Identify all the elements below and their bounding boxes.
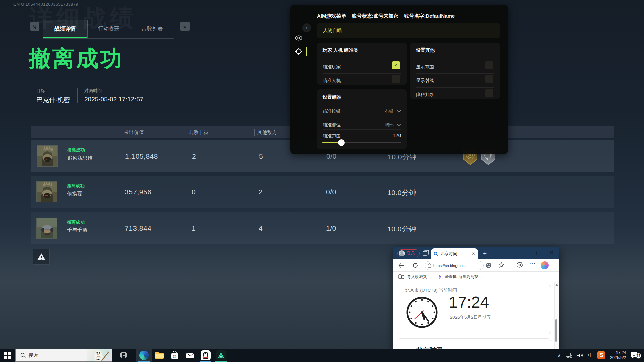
- browser-page-content: 北京市 (UTC+8) 当前时间 17:24 2025年5月2日星期五: [393, 282, 559, 350]
- bookmark-site-icon: [437, 274, 442, 279]
- browser-signin-button[interactable]: 登录: [397, 249, 420, 257]
- page-scrollbar[interactable]: [554, 282, 559, 350]
- tray-time: 17:24: [610, 350, 626, 355]
- screen: CN UID:5444012603651733879 详细战绩 Q 战绩详情 行…: [0, 0, 644, 362]
- row-kd: 0/0: [326, 188, 336, 196]
- row-others: 2: [259, 188, 263, 196]
- col-header-value: 带出价值: [121, 129, 144, 136]
- aim-range-slider[interactable]: [322, 142, 401, 143]
- visibility-eye-icon[interactable]: [294, 34, 303, 42]
- table-row[interactable]: 撤离成功 千与千鑫 713,844 1 4 1/0 10.0分钟: [31, 212, 614, 244]
- show-ray-checkbox[interactable]: [485, 75, 493, 83]
- row-defeats: 1: [192, 224, 196, 232]
- bookmark-site[interactable]: 爱壹帆-海量高清视...: [445, 274, 482, 280]
- menu-collapse-chevron-icon[interactable]: ›: [302, 23, 311, 32]
- result-title: 撤离成功: [29, 44, 124, 74]
- date-line: 2025年5月2日星期五: [450, 314, 491, 320]
- aim-key-value[interactable]: 右键: [385, 108, 394, 114]
- card-aim-targets: 玩家 人机 瞄准类 瞄准玩家 瞄准人机: [317, 43, 407, 85]
- taskbar-mail-icon[interactable]: [182, 349, 198, 362]
- window-maximize-button[interactable]: ▢: [536, 250, 541, 256]
- menu-account-status: 账号状态:账号未加密: [352, 13, 399, 19]
- row-player-name: 千与千鑫: [67, 227, 87, 233]
- start-button[interactable]: [0, 349, 15, 362]
- browser-active-tab[interactable]: 北京时间 ✕: [431, 248, 478, 259]
- col-header-defeats: 击败干员: [185, 129, 208, 136]
- aim-part-value[interactable]: 胸部: [385, 122, 394, 128]
- taskbar-explorer-icon[interactable]: [152, 349, 167, 362]
- tab-close-icon[interactable]: ✕: [472, 251, 475, 256]
- aim-bots-checkbox[interactable]: [392, 75, 400, 83]
- address-bar[interactable]: https://cn.bing.co...: [425, 261, 484, 270]
- tray-date: 2025/5/2: [610, 355, 626, 360]
- row-value: 713,844: [125, 224, 151, 232]
- taskbar-deltaforce-icon[interactable]: [213, 349, 229, 362]
- key-hint-q: Q: [30, 22, 39, 31]
- toolbar-divider: [526, 262, 526, 268]
- goal-value: 巴克什-机密: [36, 96, 71, 104]
- browser-essentials-icon[interactable]: [517, 262, 523, 268]
- refresh-icon[interactable]: [413, 263, 418, 268]
- import-favorites-icon: [398, 274, 404, 279]
- aim-players-checkbox[interactable]: [392, 61, 400, 69]
- row-defeats: 2: [192, 152, 196, 160]
- row-player-name: 偷摸夏: [67, 191, 82, 197]
- menu-tab-aimbot[interactable]: 人物自瞄: [323, 27, 342, 34]
- menu-title: AIM游戏菜单账号状态:账号未加密账号名字:DefaulName: [317, 13, 460, 19]
- digital-time: 17:24: [449, 293, 489, 311]
- aim-menu-window: › AIM游戏菜单账号状态:账号未加密账号名字:DefaulName 人物自瞄 …: [290, 5, 508, 154]
- row-status: 撤离成功: [67, 219, 85, 225]
- card-other-settings: 设置其他 显示范围 显示射线 障碍判断: [410, 43, 500, 99]
- search-daily-image[interactable]: [87, 349, 112, 362]
- favorite-star-icon[interactable]: [498, 262, 504, 268]
- obstacle-check-label: 障碍判断: [416, 92, 434, 98]
- chevron-down-icon: [397, 108, 401, 113]
- row-status: 撤离成功: [67, 183, 85, 189]
- slider-thumb[interactable]: [338, 139, 345, 146]
- window-close-button[interactable]: ✕: [549, 250, 554, 256]
- bookmark-divider: [432, 274, 432, 280]
- analog-clock-icon: [405, 296, 439, 329]
- taskbar-qq-icon[interactable]: [198, 349, 213, 362]
- aim-part-label: 瞄准部位: [323, 122, 341, 128]
- ime-indicator[interactable]: 中: [588, 352, 593, 358]
- windows-taskbar: 搜索: [0, 349, 644, 362]
- obstacle-check-checkbox[interactable]: [485, 89, 493, 97]
- row-others: 5: [259, 152, 263, 160]
- show-range-checkbox[interactable]: [485, 61, 493, 69]
- bing-refresh-icon[interactable]: [486, 262, 492, 268]
- tab-battle-details[interactable]: 战绩详情: [43, 20, 88, 38]
- aim-range-label: 瞄准范围: [323, 133, 341, 139]
- row-value: 1,105,848: [125, 152, 158, 160]
- show-range-label: 显示范围: [416, 64, 434, 70]
- row-defeats: 0: [192, 188, 196, 196]
- bookmark-import[interactable]: 导入收藏夹: [407, 274, 427, 280]
- task-view-button[interactable]: [116, 349, 131, 362]
- scroll-up-icon: [555, 283, 558, 286]
- action-center-button[interactable]: 17: [631, 351, 641, 360]
- match-time-label: 对局时间: [84, 88, 143, 94]
- scrollbar-thumb[interactable]: [555, 319, 557, 342]
- more-menu-icon[interactable]: ···: [529, 260, 536, 266]
- bookmarks-bar: 导入收藏夹 爱壹帆-海量高清视...: [393, 272, 559, 282]
- taskbar-edge-icon[interactable]: [136, 349, 152, 362]
- tab-defeat-list[interactable]: 击败列表: [130, 20, 174, 38]
- workspaces-icon[interactable]: [423, 250, 429, 256]
- sogou-tray-icon[interactable]: S: [597, 351, 605, 359]
- window-minimize-button[interactable]: —: [521, 250, 526, 255]
- avatar: [36, 218, 57, 239]
- tray-clock[interactable]: 17:24 2025/5/2: [610, 350, 626, 360]
- copilot-icon[interactable]: [541, 261, 549, 269]
- active-section-indicator: [306, 47, 307, 56]
- new-tab-button[interactable]: +: [483, 250, 487, 257]
- tray-expand-chevron-icon[interactable]: ∧: [558, 353, 561, 358]
- taskbar-store-icon[interactable]: [167, 349, 182, 362]
- key-hint-e: E: [180, 22, 190, 31]
- tab-action-loot[interactable]: 行动收获: [88, 20, 130, 38]
- table-row[interactable]: 撤离成功 偷摸夏 357,956 0 2 0/0 10.0分钟: [31, 176, 614, 208]
- back-icon[interactable]: [398, 263, 404, 268]
- volume-icon[interactable]: [577, 353, 583, 358]
- aimbot-crosshair-icon[interactable]: [294, 47, 303, 56]
- taskbar-search-input[interactable]: 搜索: [15, 349, 112, 362]
- network-icon[interactable]: [566, 353, 572, 358]
